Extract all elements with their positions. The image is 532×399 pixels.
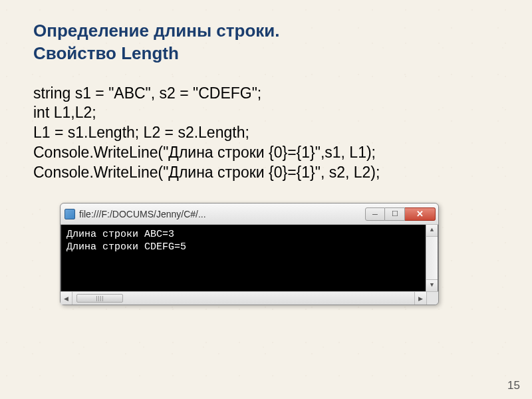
scroll-thumb[interactable] <box>76 294 123 303</box>
scroll-up-icon[interactable]: ▲ <box>426 225 438 237</box>
scroll-down-icon[interactable]: ▼ <box>426 279 438 291</box>
code-line: L1 = s1.Length; L2 = s2.Length; <box>33 124 249 141</box>
window-controls: ─ ☐ ✕ <box>365 207 436 221</box>
horizontal-scrollbar[interactable]: ◀ ▶ <box>61 291 438 305</box>
code-line: Console.WriteLine("Длина строки {0}={1}"… <box>33 144 376 161</box>
scroll-track[interactable] <box>426 237 438 279</box>
heading-line-2: Свойство Length <box>33 43 505 65</box>
code-line: string s1 = "ABC", s2 = "CDEFG"; <box>33 84 261 102</box>
page-number: 15 <box>507 379 520 392</box>
console-line: Длина строки ABC=3 <box>66 229 432 241</box>
code-line: int L1,L2; <box>33 104 96 121</box>
slide-heading: Определение длины строки. Свойство Lengt… <box>33 20 505 65</box>
scroll-right-icon[interactable]: ▶ <box>414 292 426 305</box>
scroll-track[interactable] <box>72 292 414 305</box>
code-block: string s1 = "ABC", s2 = "CDEFG"; int L1,… <box>33 84 505 183</box>
minimize-button[interactable]: ─ <box>365 207 385 221</box>
window-title: file:///F:/DOCUMS/Jenny/C#/... <box>79 209 365 219</box>
vertical-scrollbar[interactable]: ▲ ▼ <box>426 225 438 291</box>
app-icon <box>65 209 75 219</box>
scroll-left-icon[interactable]: ◀ <box>61 292 72 305</box>
console-line: Длина строки CDEFG=5 <box>66 241 432 254</box>
window-titlebar: file:///F:/DOCUMS/Jenny/C#/... ─ ☐ ✕ <box>61 203 438 225</box>
code-line: Console.WriteLine("Длина строки {0}={1}"… <box>33 164 380 181</box>
console-output: Длина строки ABC=3 Длина строки CDEFG=5 … <box>61 225 438 291</box>
maximize-button[interactable]: ☐ <box>385 207 405 221</box>
scroll-corner <box>426 292 438 305</box>
heading-line-1: Определение длины строки. <box>33 20 505 43</box>
close-button[interactable]: ✕ <box>405 207 436 221</box>
slide: Определение длины строки. Свойство Lengt… <box>0 0 532 305</box>
console-window: file:///F:/DOCUMS/Jenny/C#/... ─ ☐ ✕ Дли… <box>60 203 439 305</box>
